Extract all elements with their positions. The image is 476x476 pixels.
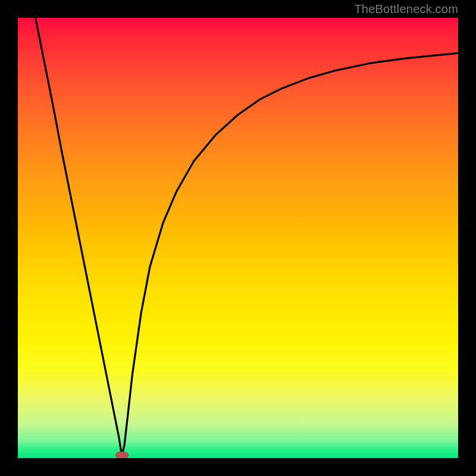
bottleneck-curve	[18, 18, 458, 458]
plot-area	[18, 18, 458, 458]
watermark-text: TheBottleneck.com	[354, 2, 458, 16]
chart-frame: TheBottleneck.com	[0, 0, 476, 476]
optimal-point-marker	[115, 452, 129, 458]
